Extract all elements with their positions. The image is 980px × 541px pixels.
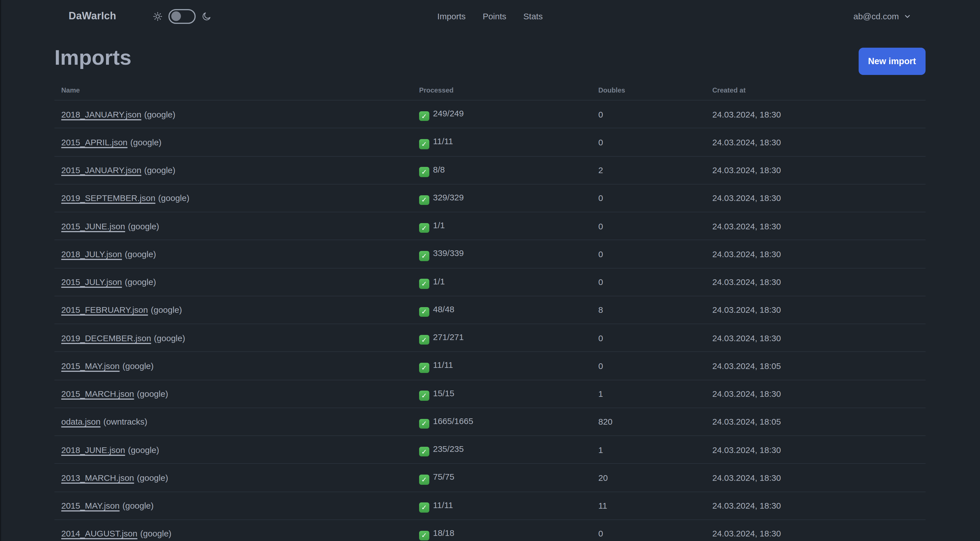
import-source-label: (google) — [158, 193, 189, 203]
import-file-link[interactable]: 2018_JUNE.json — [61, 445, 125, 455]
processed-count: 75/75 — [433, 472, 454, 482]
created-at-value: 24.03.2024, 18:30 — [705, 324, 926, 352]
import-file-link[interactable]: 2013_MARCH.json — [61, 473, 134, 482]
column-header-name: Name — [54, 78, 412, 100]
nav-item-imports[interactable]: Imports — [437, 11, 466, 21]
table-row: 2015_APRIL.json(google) 11/11 0 24.03.20… — [54, 128, 926, 156]
theme-toggle[interactable] — [169, 9, 196, 24]
doubles-count: 0 — [592, 212, 705, 240]
processed-count: 11/11 — [433, 360, 453, 370]
import-source-label: (google) — [144, 109, 175, 119]
column-header-processed: Processed — [412, 78, 592, 100]
import-source-label: (google) — [125, 249, 156, 259]
import-file-link[interactable]: odata.json — [61, 417, 100, 427]
navbar: DaWarIch — [0, 0, 980, 32]
column-header-created-at: Created at — [705, 78, 926, 100]
created-at-value: 24.03.2024, 18:30 — [705, 156, 926, 184]
doubles-count: 1 — [592, 380, 705, 408]
import-source-label: (google) — [123, 501, 154, 510]
nav-item-stats[interactable]: Stats — [523, 11, 543, 21]
processed-count: 339/339 — [433, 248, 464, 258]
table-row: 2014_AUGUST.json(google) 18/18 0 24.03.2… — [54, 520, 926, 541]
sun-icon — [153, 11, 163, 21]
created-at-value: 24.03.2024, 18:05 — [705, 408, 926, 436]
import-file-link[interactable]: 2019_DECEMBER.json — [61, 333, 151, 343]
main-nav: ImportsPointsStats — [437, 0, 543, 32]
success-check-icon — [419, 503, 429, 512]
import-source-label: (google) — [128, 221, 159, 231]
import-file-link[interactable]: 2014_AUGUST.json — [61, 529, 138, 538]
created-at-value: 24.03.2024, 18:30 — [705, 296, 926, 324]
created-at-value: 24.03.2024, 18:30 — [705, 520, 926, 541]
success-check-icon — [419, 139, 429, 149]
account-menu[interactable]: ab@cd.com — [853, 11, 912, 21]
doubles-count: 20 — [592, 464, 705, 492]
created-at-value: 24.03.2024, 18:30 — [705, 492, 926, 520]
created-at-value: 24.03.2024, 18:30 — [705, 240, 926, 268]
table-row: 2015_JULY.json(google) 1/1 0 24.03.2024,… — [54, 268, 926, 296]
doubles-count: 8 — [592, 296, 705, 324]
doubles-count: 1 — [592, 436, 705, 464]
table-row: 2018_JULY.json(google) 339/339 0 24.03.2… — [54, 240, 926, 268]
table-row: 2015_JANUARY.json(google) 8/8 2 24.03.20… — [54, 156, 926, 184]
processed-count: 329/329 — [433, 192, 464, 202]
nav-item-points[interactable]: Points — [483, 11, 506, 21]
created-at-value: 24.03.2024, 18:05 — [705, 352, 926, 380]
processed-count: 18/18 — [433, 528, 454, 538]
success-check-icon — [419, 530, 429, 541]
import-source-label: (google) — [137, 473, 168, 482]
import-file-link[interactable]: 2019_SEPTEMBER.json — [61, 193, 155, 203]
page-header: Imports New import — [54, 44, 926, 75]
success-check-icon — [419, 475, 429, 485]
doubles-count: 11 — [592, 492, 705, 520]
processed-count: 249/249 — [433, 109, 464, 118]
import-source-label: (google) — [137, 389, 168, 399]
new-import-button[interactable]: New import — [858, 48, 926, 75]
processed-count: 271/271 — [433, 332, 464, 342]
doubles-count: 2 — [592, 156, 705, 184]
table-row: 2018_JANUARY.json(google) 249/249 0 24.0… — [54, 100, 926, 128]
column-header-doubles: Doubles — [592, 78, 705, 100]
app-root: DaWarIch — [0, 0, 980, 541]
processed-count: 48/48 — [433, 304, 454, 314]
import-file-link[interactable]: 2018_JULY.json — [61, 249, 122, 259]
import-file-link[interactable]: 2015_MARCH.json — [61, 389, 134, 399]
processed-count: 235/235 — [433, 444, 464, 453]
doubles-count: 0 — [592, 100, 705, 128]
import-file-link[interactable]: 2018_JANUARY.json — [61, 109, 141, 119]
processed-count: 8/8 — [433, 164, 445, 174]
import-source-label: (google) — [154, 333, 185, 343]
import-file-link[interactable]: 2015_JULY.json — [61, 277, 122, 287]
imports-page: Imports New import Name Processed Double… — [54, 44, 926, 541]
success-check-icon — [419, 447, 429, 457]
app-logo[interactable]: DaWarIch — [68, 10, 116, 22]
created-at-value: 24.03.2024, 18:30 — [705, 464, 926, 492]
table-row: odata.json(owntracks) 1665/1665 820 24.0… — [54, 408, 926, 436]
processed-count: 11/11 — [433, 137, 453, 146]
page-title: Imports — [54, 44, 131, 75]
import-file-link[interactable]: 2015_MAY.json — [61, 501, 120, 510]
table-row: 2019_DECEMBER.json(google) 271/271 0 24.… — [54, 324, 926, 352]
doubles-count: 0 — [592, 520, 705, 541]
import-file-link[interactable]: 2015_APRIL.json — [61, 137, 127, 147]
table-row: 2013_MARCH.json(google) 75/75 20 24.03.2… — [54, 464, 926, 492]
import-source-label: (google) — [130, 137, 162, 147]
success-check-icon — [419, 195, 429, 205]
import-file-link[interactable]: 2015_FEBRUARY.json — [61, 305, 148, 315]
table-header-row: Name Processed Doubles Created at — [54, 78, 926, 100]
toggle-knob — [171, 11, 181, 21]
chevron-down-icon — [904, 12, 912, 20]
import-file-link[interactable]: 2015_MAY.json — [61, 361, 120, 371]
processed-count: 11/11 — [433, 500, 453, 509]
doubles-count: 0 — [592, 324, 705, 352]
import-source-label: (google) — [123, 361, 154, 371]
doubles-count: 0 — [592, 268, 705, 296]
created-at-value: 24.03.2024, 18:30 — [705, 436, 926, 464]
import-file-link[interactable]: 2015_JUNE.json — [61, 221, 125, 231]
success-check-icon — [419, 167, 429, 177]
processed-count: 1/1 — [433, 220, 445, 230]
import-file-link[interactable]: 2015_JANUARY.json — [61, 165, 141, 175]
import-source-label: (google) — [144, 165, 175, 175]
doubles-count: 0 — [592, 128, 705, 156]
created-at-value: 24.03.2024, 18:30 — [705, 128, 926, 156]
